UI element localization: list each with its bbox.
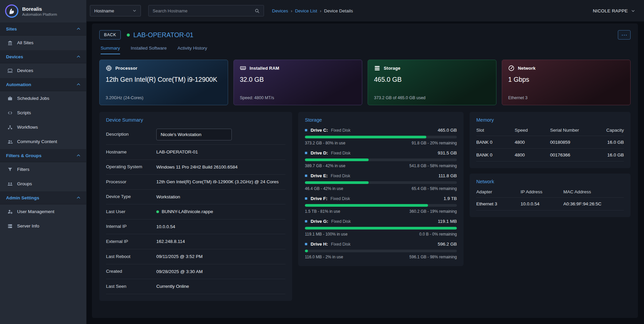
main-area: Hostname Devices › Device List › Device … bbox=[87, 0, 644, 324]
drive-usage-fill bbox=[305, 136, 426, 138]
card-value: 32.0 GB bbox=[240, 76, 356, 83]
sidebar-item-workflows[interactable]: Workflows bbox=[0, 120, 86, 134]
drive-type: Fixed Disk bbox=[331, 174, 350, 178]
drive-row-g: Drive G: Fixed Disk 119.1 MB 119.1 MB - … bbox=[305, 219, 457, 237]
tab-installed-software[interactable]: Installed Software bbox=[131, 46, 167, 54]
network-ip: 10.0.0.54 bbox=[521, 198, 564, 210]
row-label: Description bbox=[106, 131, 156, 137]
drive-head: Drive H: Fixed Disk 596.2 GB bbox=[305, 242, 457, 247]
card-title: Processor bbox=[115, 66, 137, 71]
code-icon bbox=[7, 110, 13, 116]
memory-serial: 00176366 bbox=[550, 149, 594, 161]
sidebar-section-automation[interactable]: Automation bbox=[0, 78, 86, 91]
sidebar-item-server-info[interactable]: Server Info bbox=[0, 219, 86, 233]
sidebar-section-admin-settings[interactable]: Admin Settings bbox=[0, 191, 86, 204]
summary-row-operating-system: Operating System Windows 11 Pro 24H2 Bui… bbox=[106, 160, 285, 175]
storage-panel: Storage Drive C: Fixed Disk 465.0 GB 373… bbox=[298, 112, 464, 266]
drive-remaining: 91.8 GB - 20% remaining bbox=[412, 141, 457, 145]
row-value-text: Currently Online bbox=[156, 283, 189, 290]
drive-remaining: 0.0 B - 0% remaining bbox=[419, 232, 457, 237]
column-header: Adapter bbox=[476, 186, 521, 198]
drive-type: Fixed Disk bbox=[331, 151, 351, 155]
row-value-text: 12th Gen Intel(R) Core(TM) i9-12900K (3.… bbox=[156, 179, 279, 185]
drive-type: Fixed Disk bbox=[331, 219, 351, 224]
sidebar-item-groups[interactable]: Groups bbox=[0, 177, 86, 191]
chevron-down-icon bbox=[631, 9, 635, 13]
panel-title: Storage bbox=[305, 117, 457, 123]
column-header: Speed bbox=[515, 125, 550, 136]
drive-name: Drive D: bbox=[311, 150, 328, 155]
user-menu[interactable]: NICOLE RAPPE bbox=[593, 8, 635, 13]
search-input[interactable] bbox=[153, 8, 255, 13]
card-head: Storage bbox=[374, 65, 490, 71]
sidebar-section-devices[interactable]: Devices bbox=[0, 50, 86, 63]
row-value: 09/28/2025 @ 3:30 AM bbox=[156, 268, 285, 275]
drive-foot: 46.4 GB - 42% in use 65.4 GB - 58% remai… bbox=[305, 186, 457, 191]
section-label: Devices bbox=[6, 54, 23, 59]
row-label: Last User bbox=[106, 209, 156, 215]
tab-activity-history[interactable]: Activity History bbox=[177, 46, 207, 54]
sidebar-item-filters[interactable]: Filters bbox=[0, 162, 86, 177]
drive-remaining: 541.8 GB - 58% remaining bbox=[410, 164, 457, 168]
drive-used: 46.4 GB - 42% in use bbox=[305, 186, 343, 191]
description-input[interactable] bbox=[156, 129, 232, 140]
row-label: External IP bbox=[106, 239, 156, 245]
sidebar-item-all-sites[interactable]: All Sites bbox=[0, 36, 86, 50]
drive-used: 389.7 GB - 42% in use bbox=[305, 164, 345, 168]
sidebar-item-scheduled-jobs[interactable]: Scheduled Jobs bbox=[0, 91, 86, 106]
network-mac: A0:36:9F:94:26:5C bbox=[564, 198, 624, 210]
search-icon[interactable] bbox=[255, 8, 260, 13]
brand-text: Borealis Automation Platform bbox=[22, 6, 57, 16]
memory-speed: 4800 bbox=[515, 149, 550, 161]
storage-stack-icon bbox=[374, 65, 380, 71]
row-value-text: 162.248.8.114 bbox=[156, 238, 185, 245]
memory-slot: BANK 0 bbox=[476, 136, 515, 149]
memory-speed: 4800 bbox=[515, 136, 550, 149]
hostname-filter-dropdown[interactable]: Hostname bbox=[90, 5, 141, 16]
summary-row-created: Created 09/28/2025 @ 3:30 AM bbox=[106, 264, 285, 279]
summary-row-last-user: Last User BUNNY-LAB\nicole.rappe bbox=[106, 204, 285, 219]
card-title: Network bbox=[518, 66, 536, 71]
sidebar-item-scripts[interactable]: Scripts bbox=[0, 106, 86, 120]
drive-bullet-icon bbox=[305, 175, 307, 177]
sidebar-section-sites[interactable]: Sites bbox=[0, 22, 86, 36]
nav-item-label: All Sites bbox=[17, 40, 34, 45]
drive-usage-fill bbox=[305, 181, 369, 184]
row-value: LAB-OPERATOR-01 bbox=[156, 149, 285, 155]
tab-summary[interactable]: Summary bbox=[101, 46, 120, 54]
drive-foot: 1.5 TB - 81% in use 360.2 GB - 19% remai… bbox=[305, 209, 457, 214]
drive-row-d: Drive D: Fixed Disk 931.5 GB 389.7 GB - … bbox=[305, 150, 457, 168]
sidebar-item-user-management[interactable]: User Management bbox=[0, 204, 86, 219]
card-head: Installed RAM bbox=[240, 65, 356, 71]
row-value: BUNNY-LAB\nicole.rappe bbox=[156, 208, 285, 215]
memory-table: Slot Speed Serial Number Capacity BANK 0 bbox=[476, 125, 624, 161]
sidebar-section-filters-groups[interactable]: Filters & Groups bbox=[0, 149, 86, 162]
drive-used: 119.1 MB - 100% in use bbox=[305, 232, 347, 237]
row-value: 12th Gen Intel(R) Core(TM) i9-12900K (3.… bbox=[156, 179, 285, 185]
card-subtitle: 373.2 GB of 465.0 GB used bbox=[374, 95, 490, 100]
drive-head: Drive E: Fixed Disk 111.8 GB bbox=[305, 173, 457, 178]
row-value: Workstation bbox=[156, 194, 285, 200]
card-title: Installed RAM bbox=[250, 66, 279, 71]
row-value-text: LAB-OPERATOR-01 bbox=[156, 149, 198, 155]
summary-row-last-seen: Last Seen Currently Online bbox=[106, 279, 285, 294]
back-button[interactable]: BACK bbox=[99, 30, 121, 40]
drive-used: 373.2 GB - 80% in use bbox=[305, 141, 345, 145]
server-icon bbox=[7, 223, 13, 229]
drive-name: Drive F: bbox=[311, 196, 327, 201]
summary-row-hostname: Hostname LAB-OPERATOR-01 bbox=[106, 145, 285, 160]
drive-size: 931.5 GB bbox=[438, 150, 457, 155]
drive-remaining: 360.2 GB - 19% remaining bbox=[410, 209, 457, 214]
drive-usage-bar bbox=[305, 227, 457, 230]
sidebar-item-community-content[interactable]: Community Content bbox=[0, 134, 86, 149]
drive-name: Drive C: bbox=[311, 128, 328, 133]
sidebar: Borealis Automation Platform Sites All S… bbox=[0, 0, 87, 324]
sidebar-item-devices[interactable]: Devices bbox=[0, 63, 86, 78]
breadcrumb-device-list[interactable]: Device List bbox=[295, 8, 317, 13]
table-row: BANK 0 4800 00176366 16.0 GB bbox=[476, 149, 624, 161]
drive-row-f: Drive F: Fixed Disk 1.9 TB 1.5 TB - 81% … bbox=[305, 196, 457, 214]
breadcrumb-device-details: Device Details bbox=[324, 8, 353, 13]
breadcrumb-devices[interactable]: Devices bbox=[272, 8, 288, 13]
more-options-button[interactable]: ⋯ bbox=[618, 30, 631, 40]
drive-foot: 373.2 GB - 80% in use 91.8 GB - 20% rema… bbox=[305, 141, 457, 145]
